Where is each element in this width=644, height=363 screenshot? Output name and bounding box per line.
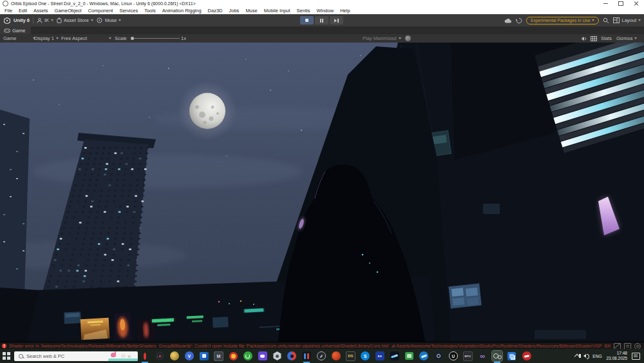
maximize-button[interactable] — [613, 0, 629, 7]
swoosh-app-icon — [390, 351, 399, 360]
daz-studio-icon: DS — [346, 351, 355, 361]
taskbar-app-red-ring[interactable] — [228, 351, 238, 361]
taskbar-app-opera-gx[interactable] — [155, 351, 165, 361]
grid-icon — [591, 36, 597, 41]
clock[interactable]: 17:48 23.08.2025 — [606, 351, 627, 361]
taskbar-app-steam[interactable] — [433, 351, 444, 361]
taskbar-app-v[interactable]: V — [184, 351, 194, 361]
display-dropdown[interactable]: Display 1 — [34, 34, 59, 43]
cloud-icon[interactable] — [504, 18, 512, 23]
taskbar-app-gold[interactable] — [169, 351, 180, 361]
layout-button[interactable]: Layout — [613, 17, 641, 23]
system-tray: ENG 17:48 23.08.2025 — [575, 351, 644, 361]
chevron-down-icon — [638, 19, 641, 21]
window-title: Orbis Episod One - Street Dol_v_2_0 - Wi… — [11, 1, 196, 6]
taskbar-app-mail[interactable]: M — [213, 351, 223, 361]
taskbar-app-xo[interactable]: xo — [375, 351, 385, 361]
taskbar-app-globe[interactable] — [419, 351, 429, 361]
taskbar-app-utorrent[interactable] — [243, 351, 253, 361]
gold-app-icon — [170, 351, 179, 360]
menu-file[interactable]: File — [1, 8, 15, 14]
pause-button[interactable] — [315, 16, 328, 25]
taskbar-app-hex[interactable] — [272, 351, 282, 361]
globe-app-icon — [419, 351, 428, 360]
menu-services[interactable]: Services — [116, 8, 141, 14]
aspect-ratio-dropdown[interactable]: Free Aspect — [61, 34, 111, 43]
menu-mobile-input[interactable]: Mobile Input — [261, 8, 294, 14]
minimize-button[interactable] — [598, 0, 613, 7]
experimental-packages-badge[interactable]: Experimental Packages in Use — [526, 17, 600, 25]
taskbar-app-epic[interactable]: EPIC — [463, 351, 473, 361]
game-view-dropdown[interactable]: Game — [3, 34, 35, 43]
grid-toggle-button[interactable] — [591, 34, 597, 43]
unity-logo-icon — [4, 17, 10, 24]
outlook-icon — [200, 352, 209, 360]
tab-game[interactable]: Game — [0, 26, 31, 34]
menu-edit[interactable]: Edit — [15, 8, 30, 14]
stats-button[interactable]: Stats — [601, 34, 612, 43]
menu-tools[interactable]: Tools — [141, 8, 159, 14]
menu-help[interactable]: Help — [337, 8, 353, 14]
split-ring-app-icon — [287, 351, 296, 360]
asset-store-button[interactable]: Asset Store — [57, 17, 93, 23]
taskbar-app-color-bars[interactable] — [301, 351, 312, 361]
taskbar-app-daz-studio[interactable]: DS — [345, 351, 355, 361]
taskbar-app-outlook[interactable] — [199, 351, 209, 361]
taskbar-app-swoosh[interactable] — [390, 351, 400, 361]
taskbar-app-ea[interactable] — [331, 351, 341, 361]
taskbar-app-visual-studio[interactable] — [477, 351, 488, 361]
chevron-down-icon — [592, 19, 594, 21]
mute-logs-icon[interactable] — [614, 343, 621, 349]
account-button[interactable]: IK — [37, 17, 53, 23]
skype-icon: S — [361, 351, 370, 360]
search-icon[interactable] — [603, 17, 609, 24]
taskbar-app-unity-editor[interactable] — [492, 351, 502, 361]
play-button[interactable] — [300, 16, 314, 25]
scale-slider[interactable] — [128, 34, 182, 43]
step-button[interactable] — [330, 16, 343, 25]
game-viewport[interactable] — [0, 43, 644, 342]
menu-window[interactable]: Window — [313, 8, 337, 14]
notification-center-icon[interactable] — [632, 353, 640, 360]
menu-component[interactable]: Component — [85, 8, 117, 14]
dim-window-bottom — [535, 330, 586, 339]
menu-jobs[interactable]: Jobs — [226, 8, 243, 14]
taskbar-app-cards[interactable] — [404, 351, 414, 361]
taskbar-app-opera[interactable] — [140, 351, 150, 361]
menu-muse[interactable]: Muse — [242, 8, 260, 14]
mail-icon: M — [214, 351, 223, 361]
slider-track[interactable] — [131, 38, 180, 39]
console-icon[interactable] — [624, 343, 631, 349]
taskbar-search[interactable]: Search web & PC — [14, 351, 138, 361]
volume-icon[interactable] — [583, 354, 586, 358]
gizmos-dropdown[interactable]: Gizmos — [616, 34, 637, 43]
taskbar-app-photos[interactable] — [507, 351, 517, 361]
divider — [33, 17, 33, 24]
slider-knob[interactable] — [131, 37, 134, 40]
start-button[interactable] — [0, 349, 13, 363]
taskbar-app-gauge[interactable] — [316, 351, 327, 361]
history-icon[interactable] — [516, 17, 522, 24]
progress-icon[interactable] — [634, 343, 641, 349]
menu-sentis[interactable]: Sentis — [294, 8, 314, 14]
mute-audio-button[interactable] — [582, 34, 587, 43]
color-bars-app-icon — [302, 351, 311, 360]
taskbar-app-unreal[interactable]: U — [448, 351, 459, 361]
muse-button[interactable]: Muse — [97, 17, 121, 23]
language-indicator[interactable]: ENG — [592, 354, 601, 358]
far-left-tower — [0, 110, 30, 295]
menu-assets[interactable]: Assets — [30, 8, 52, 14]
visual-studio-icon — [480, 352, 485, 360]
taskbar-app-split-ring[interactable] — [287, 351, 297, 361]
menu-daz3d[interactable]: Daz3D — [205, 8, 226, 14]
taskbar-app-car[interactable] — [522, 351, 532, 361]
menu-gameobject[interactable]: GameObject — [52, 8, 85, 14]
menu-animation-rigging[interactable]: Animation Rigging — [159, 8, 205, 14]
round-toggle-icon[interactable] — [405, 35, 411, 41]
close-button[interactable] — [629, 0, 644, 7]
play-maximized-dropdown[interactable]: Play Maximized — [363, 34, 411, 43]
taskbar-app-skype[interactable]: S — [360, 351, 370, 361]
console-error-message[interactable]: Shader error in 'AwesomeTechnologies/Rel… — [9, 344, 611, 348]
taskbar-app-purple[interactable] — [258, 351, 268, 361]
chevron-down-icon — [56, 37, 59, 39]
